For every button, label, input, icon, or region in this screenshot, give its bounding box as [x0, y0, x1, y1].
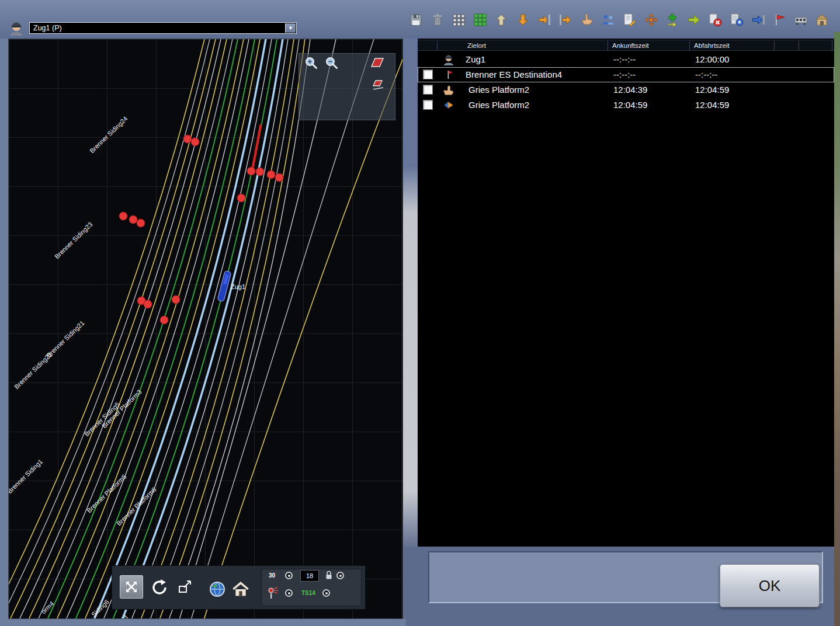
track-labels: Brenner Siding24 Brenner Siding23 Brenne… — [9, 115, 158, 619]
app-window: Zug1 (P) ▼ — [0, 0, 840, 626]
delete-icon[interactable] — [429, 12, 446, 28]
row-departure: 12:04:59 — [695, 85, 729, 95]
row-departure: 12:04:59 — [695, 100, 729, 110]
go-to-icon[interactable] — [750, 12, 766, 28]
ok-button[interactable]: OK — [720, 564, 820, 607]
track-label: Brenner Siding1 — [9, 458, 44, 495]
consist-icon[interactable] — [793, 12, 809, 28]
via-marker-icon — [442, 99, 455, 112]
timetable-panel: Zielort Ankunftszeit Abfahrtszeit Zug1 -… — [418, 39, 834, 547]
train-selector-dropdown[interactable]: Zug1 (P) ▼ — [29, 22, 297, 34]
ts-mode-label: TS14 — [301, 590, 315, 596]
world-view-icon[interactable] — [206, 578, 229, 601]
zoom-level-value[interactable]: 18 — [300, 570, 319, 582]
insert-before-icon[interactable] — [536, 12, 553, 28]
row-arrival: 12:04:39 — [613, 85, 647, 95]
row-arrival: --:--:-- — [613, 54, 636, 64]
flag-icon[interactable] — [771, 12, 787, 28]
row-departure: --:--:-- — [695, 69, 717, 79]
pickup-hand-icon — [442, 84, 455, 96]
save-icon[interactable] — [408, 12, 424, 28]
lock-radio[interactable] — [336, 572, 344, 579]
add-instruction-icon[interactable] — [664, 12, 681, 28]
track-label: Brenner Siding24 — [88, 115, 129, 155]
jump-to-window-icon[interactable] — [173, 575, 197, 599]
column-destination[interactable]: Zielort — [467, 42, 486, 49]
driver-icon — [442, 53, 455, 66]
grid-small-icon[interactable] — [450, 12, 467, 28]
signal-view-icon — [266, 587, 279, 603]
background-gap — [403, 39, 418, 619]
pan-mode-icon[interactable] — [120, 575, 143, 599]
insert-after-icon[interactable] — [557, 12, 574, 28]
move-up-icon[interactable] — [493, 12, 509, 28]
pick-target-icon[interactable] — [579, 12, 595, 28]
row-arrival: --:--:-- — [613, 69, 636, 79]
properties-icon[interactable] — [728, 12, 745, 28]
track-map[interactable]: Zug1 Brenner Siding24 Brenner Siding23 B… — [8, 39, 403, 619]
row-destination: Zug1 — [466, 54, 485, 64]
grid-large-icon[interactable] — [472, 12, 488, 28]
column-departure[interactable]: Abfahrtszeit — [694, 42, 730, 49]
row-checkbox[interactable] — [423, 85, 433, 95]
table-row[interactable]: Brenner ES Destination4 --:--:-- --:--:-… — [418, 67, 834, 82]
table-row[interactable]: Gries Platform2 12:04:39 12:04:59 — [418, 82, 834, 98]
move-down-icon[interactable] — [515, 12, 531, 28]
chevron-down-icon[interactable]: ▼ — [285, 23, 296, 33]
row-destination: Brenner ES Destination4 — [466, 69, 562, 79]
map-toolbar: 30 18 TS14 — [112, 565, 366, 610]
map-zoom-panel — [298, 53, 395, 120]
table-row[interactable]: Zug1 --:--:-- 12:00:00 — [418, 52, 834, 67]
gradient-radio[interactable] — [285, 572, 293, 579]
train-selector-value: Zug1 (P) — [33, 24, 62, 32]
row-checkbox[interactable] — [423, 69, 433, 79]
train-label: Zug1 — [231, 283, 245, 290]
row-departure: 12:00:00 — [695, 54, 729, 64]
scenery-strip — [834, 32, 840, 626]
track-label: Sid — [117, 614, 129, 619]
track-label: Brenner Siding23 — [53, 221, 93, 260]
row-checkbox[interactable] — [423, 100, 433, 110]
ts-mode-radio[interactable] — [322, 589, 330, 597]
zoom-out-icon[interactable] — [324, 55, 339, 71]
row-destination: Gries Platform2 — [468, 100, 529, 110]
gradient-label: 30 — [269, 572, 275, 579]
rotate-view-icon[interactable] — [147, 575, 171, 599]
append-instruction-icon[interactable] — [686, 12, 702, 28]
track-label: Brenner Siding21 — [45, 319, 85, 359]
dialog-footer: OK — [406, 547, 834, 626]
depot-icon[interactable] — [814, 12, 830, 28]
column-arrival[interactable]: Ankunftszeit — [612, 42, 649, 49]
lock-icon — [325, 570, 333, 583]
table-row[interactable]: Gries Platform2 12:04:59 12:04:59 — [418, 98, 834, 113]
timetable-toolbar — [408, 11, 835, 29]
edit-schedule-icon[interactable] — [622, 12, 638, 28]
home-view-icon[interactable] — [229, 578, 252, 601]
arrange-icon[interactable] — [643, 12, 659, 28]
table-header: Zielort Ankunftszeit Abfahrtszeit — [418, 40, 834, 51]
mark-area-icon[interactable] — [370, 55, 385, 70]
signal-radio[interactable] — [285, 589, 293, 597]
row-arrival: 12:04:59 — [613, 100, 647, 110]
passengers-icon[interactable] — [600, 12, 616, 28]
destination-flag-icon — [442, 68, 455, 81]
row-destination: Gries Platform2 — [468, 85, 529, 95]
driver-icon — [8, 20, 25, 36]
remove-instruction-icon[interactable] — [707, 12, 723, 28]
zoom-in-icon[interactable] — [304, 55, 319, 71]
draw-area-icon[interactable] — [371, 77, 386, 92]
